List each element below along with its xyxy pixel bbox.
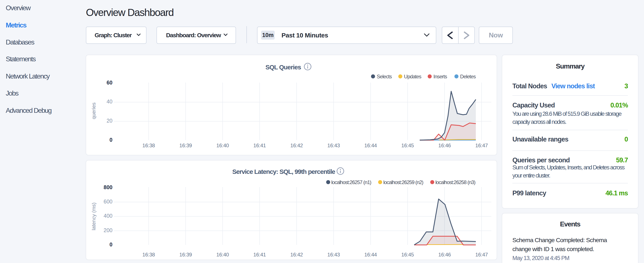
svg-text:localhost:26258 (n3): localhost:26258 (n3): [436, 179, 476, 185]
svg-text:16:39: 16:39: [180, 143, 192, 148]
svg-text:16:46: 16:46: [438, 252, 451, 257]
svg-text:200: 200: [104, 227, 112, 233]
svg-text:localhost:26259 (n2): localhost:26259 (n2): [383, 179, 423, 185]
svg-text:16:41: 16:41: [254, 143, 266, 148]
svg-text:16:40: 16:40: [216, 252, 229, 257]
svg-text:16:38: 16:38: [142, 252, 155, 257]
svg-text:16:42: 16:42: [290, 143, 303, 148]
svg-text:16:46: 16:46: [438, 143, 451, 148]
svg-text:Service Latency: SQL, 99th per: Service Latency: SQL, 99th percentile: [232, 168, 335, 175]
svg-text:20: 20: [106, 118, 112, 124]
svg-text:16:45: 16:45: [402, 143, 414, 148]
svg-text:40: 40: [106, 99, 112, 105]
svg-text:800: 800: [104, 184, 112, 190]
svg-text:Updates: Updates: [404, 74, 422, 79]
svg-text:Selects: Selects: [377, 74, 392, 79]
svg-text:16:44: 16:44: [364, 143, 377, 148]
svg-text:Inserts: Inserts: [434, 74, 447, 79]
svg-text:16:45: 16:45: [402, 252, 414, 257]
svg-text:16:47: 16:47: [476, 143, 488, 148]
svg-text:600: 600: [104, 198, 112, 204]
svg-text:16:40: 16:40: [216, 143, 229, 148]
svg-text:queries: queries: [91, 103, 96, 119]
svg-text:16:44: 16:44: [364, 252, 377, 257]
svg-text:latency (ms): latency (ms): [91, 203, 96, 230]
svg-text:16:43: 16:43: [328, 143, 340, 148]
svg-text:Deletes: Deletes: [460, 74, 476, 79]
svg-text:16:38: 16:38: [142, 143, 155, 148]
svg-text:16:47: 16:47: [476, 252, 488, 257]
svg-text:16:43: 16:43: [328, 252, 340, 257]
svg-text:16:39: 16:39: [180, 252, 192, 257]
svg-text:400: 400: [104, 213, 112, 219]
svg-text:60: 60: [106, 80, 112, 86]
svg-text:SQL Queries: SQL Queries: [266, 64, 301, 71]
svg-text:0: 0: [110, 241, 112, 247]
svg-text:0: 0: [110, 137, 112, 143]
svg-text:16:42: 16:42: [290, 252, 303, 257]
svg-text:16:41: 16:41: [254, 252, 266, 257]
svg-text:localhost:26257 (n1): localhost:26257 (n1): [331, 179, 371, 185]
